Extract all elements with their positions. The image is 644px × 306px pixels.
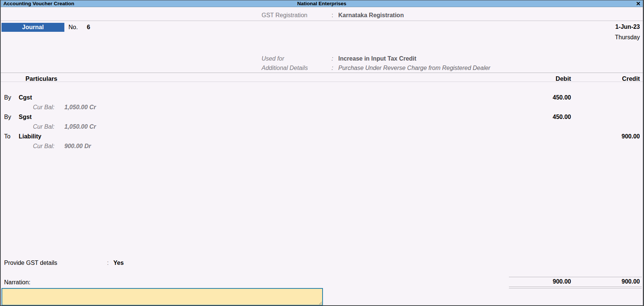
- company-name: National Enterprises: [1, 1, 643, 6]
- total-credit: 900.00: [622, 278, 640, 285]
- ledger-name[interactable]: Liability: [19, 133, 41, 140]
- title-bar: Accounting Voucher Creation National Ent…: [1, 0, 643, 7]
- voucher-no-value[interactable]: 6: [87, 24, 90, 31]
- entry-type[interactable]: By: [4, 114, 11, 120]
- table-row: To Liability Cur Bal: 900.00 Dr 900.00: [1, 133, 643, 153]
- narration-label: Narration:: [4, 279, 30, 286]
- used-for-label: Used for: [262, 55, 284, 62]
- totals-bottom-rule: [509, 288, 642, 288]
- provide-gst-colon: :: [107, 260, 109, 266]
- separator-line: [1, 82, 643, 82]
- totals-bottom-rule: [509, 287, 642, 287]
- voucher-no-label: No.: [68, 24, 78, 31]
- gst-registration-label: GST Registration: [262, 12, 307, 19]
- cur-bal-label: Cur Bal:: [33, 123, 55, 130]
- cur-bal-value: 1,050.00 Cr: [64, 104, 96, 111]
- debit-amount[interactable]: 450.00: [553, 94, 571, 101]
- separator-line: [1, 21, 643, 21]
- additional-details-value[interactable]: Purchase Under Reverse Charge from Regis…: [338, 65, 490, 71]
- gst-registration-colon: :: [332, 12, 333, 19]
- voucher-type-button[interactable]: Journal: [1, 23, 64, 32]
- voucher-day: Thursday: [615, 34, 640, 41]
- provide-gst-value[interactable]: Yes: [113, 260, 124, 266]
- used-for-value[interactable]: Increase in Input Tax Credit: [338, 55, 416, 62]
- table-row: By Cgst Cur Bal: 1,050.00 Cr 450.00: [1, 94, 643, 114]
- credit-amount[interactable]: 900.00: [622, 133, 640, 140]
- entry-type[interactable]: To: [4, 133, 10, 140]
- additional-details-label: Additional Details: [262, 65, 308, 71]
- accounting-voucher-window: Accounting Voucher Creation National Ent…: [0, 0, 644, 306]
- totals-top-rule: [509, 277, 642, 277]
- provide-gst-label: Provide GST details: [4, 260, 57, 266]
- narration-input[interactable]: [1, 288, 323, 306]
- cur-bal-value: 900.00 Dr: [64, 143, 91, 150]
- separator-line: [1, 73, 643, 73]
- used-for-colon: :: [332, 55, 333, 62]
- ledger-name[interactable]: Sgst: [19, 114, 32, 120]
- cur-bal-label: Cur Bal:: [33, 143, 55, 150]
- cur-bal-value: 1,050.00 Cr: [64, 123, 96, 130]
- close-icon[interactable]: ✕: [636, 0, 641, 7]
- entry-type[interactable]: By: [4, 94, 11, 101]
- table-row: By Sgst Cur Bal: 1,050.00 Cr 450.00: [1, 114, 643, 133]
- voucher-date[interactable]: 1-Jun-23: [615, 24, 640, 30]
- cur-bal-label: Cur Bal:: [33, 104, 55, 111]
- debit-amount[interactable]: 450.00: [553, 114, 571, 120]
- gst-registration-value[interactable]: Karnataka Registration: [338, 12, 404, 19]
- additional-details-colon: :: [332, 65, 333, 71]
- total-debit: 900.00: [553, 278, 571, 285]
- ledger-name[interactable]: Cgst: [19, 94, 32, 101]
